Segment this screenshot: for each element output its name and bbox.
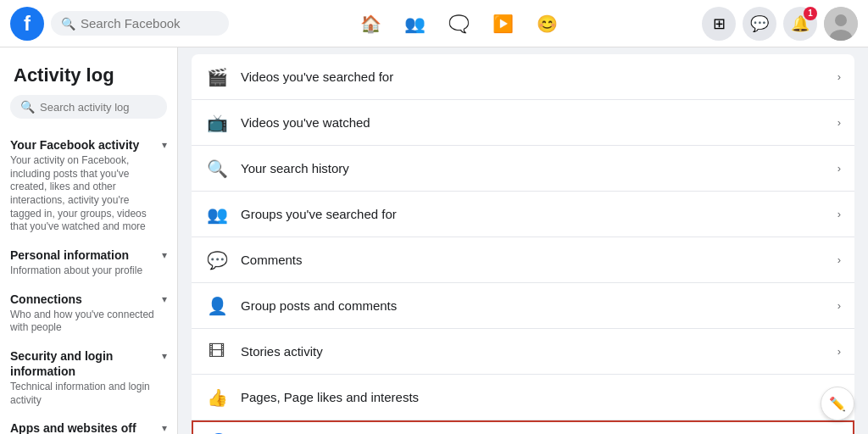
global-search-box[interactable]: 🔍 xyxy=(51,11,229,36)
topnav-left: f 🔍 xyxy=(10,7,229,41)
friends-nav-button[interactable]: 👥 xyxy=(394,7,435,41)
content-area: 🎬 Videos you've searched for › 📺 Videos … xyxy=(178,47,868,434)
content-wrapper: 🎬 Videos you've searched for › 📺 Videos … xyxy=(178,47,868,434)
videos-searched-icon: 🎬 xyxy=(205,67,229,87)
fab-edit-button[interactable]: ✏️ xyxy=(821,387,854,420)
comments-label: Comments xyxy=(241,253,826,267)
sidebar-section-desc-2: Who and how you've connected with people xyxy=(10,309,157,335)
comments-chevron: › xyxy=(837,253,841,266)
videos-searched-label: Videos you've searched for xyxy=(241,70,826,84)
group-posts-icon: 👤 xyxy=(205,296,229,316)
group-posts-chevron: › xyxy=(837,299,841,312)
sidebar-item-connections[interactable]: Connections Who and how you've connected… xyxy=(0,285,177,342)
global-search-input[interactable] xyxy=(81,16,219,31)
sidebar-item-security-login[interactable]: Security and login information Technical… xyxy=(0,342,177,415)
sidebar-search-input[interactable] xyxy=(40,101,157,114)
top-navigation: f 🔍 🏠 👥 🗨️ ▶️ 😊 ⊞ 💬 🔔 1 xyxy=(0,0,868,47)
chevron-icon-0: ▾ xyxy=(162,139,167,151)
comments-icon: 💬 xyxy=(205,250,229,270)
sidebar-section-desc-0: Your activity on Facebook, including pos… xyxy=(10,154,157,234)
watch-nav-button[interactable]: ▶️ xyxy=(482,7,523,41)
svg-point-1 xyxy=(835,14,847,26)
sidebar-section-title-1: Personal information xyxy=(10,248,157,263)
facebook-logo: f xyxy=(10,7,44,41)
sidebar: Activity log 🔍 Your Facebook activity Yo… xyxy=(0,47,178,434)
chevron-icon-2: ▾ xyxy=(162,293,167,305)
groups-searched-chevron: › xyxy=(837,208,841,220)
sidebar-item-apps-websites[interactable]: Apps and websites off Facebook Apps that… xyxy=(0,414,177,434)
videos-watched-icon: 📺 xyxy=(205,113,229,133)
topnav-right: ⊞ 💬 🔔 1 xyxy=(688,7,858,41)
chevron-icon-4: ▾ xyxy=(162,422,167,434)
search-history-label: Your search history xyxy=(241,161,826,175)
sidebar-title: Activity log xyxy=(0,58,177,90)
messenger-nav-button[interactable]: 🗨️ xyxy=(438,7,479,41)
menu-item-comments[interactable]: 💬 Comments › xyxy=(192,237,854,283)
menu-item-videos-searched[interactable]: 🎬 Videos you've searched for › xyxy=(192,54,854,100)
sidebar-section-title-0: Your Facebook activity xyxy=(10,137,157,153)
messenger-button[interactable]: 💬 xyxy=(743,7,776,41)
stories-chevron: › xyxy=(837,345,841,358)
sidebar-section-title-4: Apps and websites off Facebook xyxy=(10,420,157,434)
user-avatar[interactable] xyxy=(824,7,858,41)
group-posts-label: Group posts and comments xyxy=(241,298,826,313)
sidebar-search-box[interactable]: 🔍 xyxy=(10,95,167,119)
chevron-icon-1: ▾ xyxy=(162,249,167,261)
sidebar-section-title-3: Security and login information xyxy=(10,348,157,379)
menu-item-stories-activity[interactable]: 🎞 Stories activity › xyxy=(192,329,854,375)
videos-watched-label: Videos you've watched xyxy=(241,115,826,130)
sidebar-section-title-2: Connections xyxy=(10,292,157,307)
menu-item-your-friends[interactable]: f Your friends › xyxy=(192,420,854,434)
groups-searched-label: Groups you've searched for xyxy=(241,207,826,221)
search-icon: 🔍 xyxy=(61,17,75,31)
menu-list: 🎬 Videos you've searched for › 📺 Videos … xyxy=(192,54,854,434)
sidebar-section-desc-1: Information about your profile xyxy=(10,264,157,278)
sidebar-section-desc-3: Technical information and login activity xyxy=(10,381,157,407)
stories-label: Stories activity xyxy=(241,344,826,359)
main-layout: Activity log 🔍 Your Facebook activity Yo… xyxy=(0,47,868,434)
pages-likes-icon: 👍 xyxy=(205,387,229,408)
menu-item-group-posts-comments[interactable]: 👤 Group posts and comments › xyxy=(192,283,854,329)
stories-icon: 🎞 xyxy=(205,342,229,361)
sidebar-sections: Your Facebook activity Your activity on … xyxy=(0,124,177,434)
sidebar-item-facebook-activity[interactable]: Your Facebook activity Your activity on … xyxy=(0,131,177,241)
notification-badge: 1 xyxy=(804,7,817,20)
groups-searched-icon: 👥 xyxy=(205,204,229,225)
marketplace-nav-button[interactable]: 😊 xyxy=(526,7,567,41)
apps-button[interactable]: ⊞ xyxy=(702,7,736,41)
sidebar-search-icon: 🔍 xyxy=(20,100,35,114)
menu-item-groups-searched[interactable]: 👥 Groups you've searched for › xyxy=(192,192,854,237)
search-history-chevron: › xyxy=(837,162,841,175)
menu-item-videos-watched[interactable]: 📺 Videos you've watched › xyxy=(192,100,854,146)
home-nav-button[interactable]: 🏠 xyxy=(350,7,391,41)
notifications-button[interactable]: 🔔 1 xyxy=(783,7,817,41)
menu-item-pages-likes[interactable]: 👍 Pages, Page likes and interests › xyxy=(192,375,854,420)
videos-watched-chevron: › xyxy=(837,116,841,129)
menu-item-search-history[interactable]: 🔍 Your search history › xyxy=(192,146,854,192)
videos-searched-chevron: › xyxy=(837,70,841,83)
sidebar-item-personal-info[interactable]: Personal information Information about y… xyxy=(0,241,177,285)
search-history-icon: 🔍 xyxy=(205,159,229,179)
chevron-icon-3: ▾ xyxy=(162,350,167,362)
pages-likes-label: Pages, Page likes and interests xyxy=(241,390,826,404)
topnav-center: 🏠 👥 🗨️ ▶️ 😊 xyxy=(229,7,688,41)
